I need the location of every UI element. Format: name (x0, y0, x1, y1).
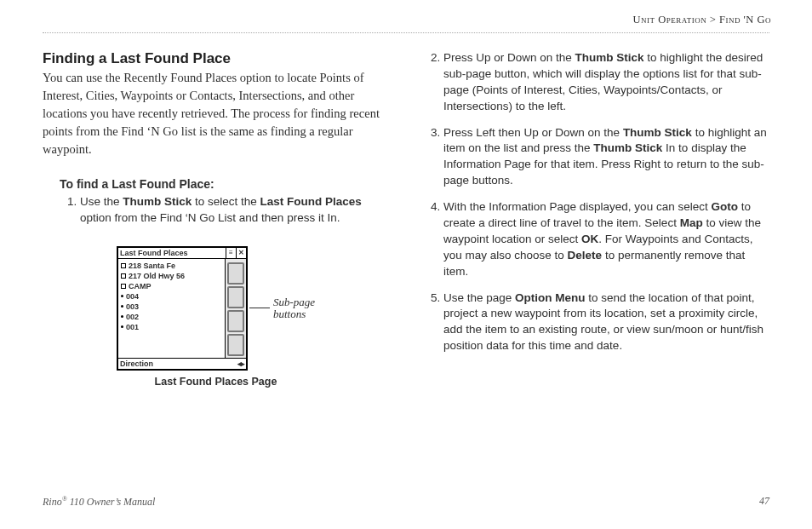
step-4-bold-goto: Goto (711, 200, 738, 213)
callout-line (249, 308, 270, 308)
list-item: 002 (121, 312, 222, 322)
step-2: Press Up or Down on the Thumb Stick to h… (443, 50, 769, 115)
menu-icon: ≡ (226, 248, 236, 258)
step-2-text-a: Press Up or Down on the (443, 51, 575, 64)
header-rule (43, 32, 769, 33)
subpage-button (227, 310, 244, 332)
step-4-bold-delete: Delete (568, 249, 603, 262)
list-item: 001 (121, 322, 222, 332)
list-item: 217 Old Hwy 56 (121, 271, 222, 281)
subpage-button (227, 334, 244, 356)
footer-product-tail: 110 Owner’s Manual (67, 496, 156, 508)
step-5-bold-optionmenu: Option Menu (515, 291, 585, 304)
close-icon: ✕ (236, 248, 246, 258)
breadcrumb-page: Find 'N Go (719, 14, 771, 26)
breadcrumb-sep: > (706, 14, 719, 26)
callout-text-2: buttons (273, 308, 306, 320)
footer-page-number: 47 (759, 495, 769, 509)
intro-paragraph: You can use the Recently Found Places op… (43, 69, 389, 158)
figure-caption: Last Found Places Page (43, 376, 389, 388)
step-1: Use the Thumb Stick to select the Last F… (80, 194, 389, 227)
figure: Last Found Places ≡ ✕ 218 Santa Fe 217 O… (43, 244, 389, 388)
breadcrumb-section: Unit Operation (632, 14, 706, 26)
step-4-text-a: With the Information Page displayed, you… (443, 200, 711, 213)
list-item: 218 Santa Fe (121, 261, 222, 271)
list-item: 003 (121, 302, 222, 312)
list-item: CAMP (121, 281, 222, 291)
page-footer: Rino® 110 Owner’s Manual 47 (43, 495, 769, 509)
right-column: Press Up or Down on the Thumb Stick to h… (423, 50, 769, 388)
step-5-text-a: Use the page (443, 291, 515, 304)
section-heading: Finding a Last Found Place (43, 50, 389, 67)
step-1-text-c: to select the (192, 195, 260, 208)
screenshot-list: 218 Santa Fe 217 Old Hwy 56 CAMP 004 003… (118, 259, 226, 358)
screenshot-title: Last Found Places (118, 248, 226, 258)
step-5: Use the page Option Menu to send the loc… (443, 290, 769, 355)
step-3-bold-thumbstick1: Thumb Stick (623, 126, 692, 139)
step-1-bold-thumbstick: Thumb Stick (123, 195, 192, 208)
step-3: Press Left then Up or Down on the Thumb … (443, 125, 769, 190)
footer-product: Rino® 110 Owner’s Manual (43, 495, 155, 509)
step-3-text-a: Press Left then Up or Down on the (443, 126, 623, 139)
step-1-bold-lastfound: Last Found Places (260, 195, 362, 208)
breadcrumb: Unit Operation > Find 'N Go (632, 14, 771, 26)
screenshot-bottom-label: Direction (120, 359, 153, 368)
footer-product-name: Rino (43, 496, 62, 508)
procedure-heading: To find a Last Found Place: (60, 177, 389, 191)
screenshot-last-found-places: Last Found Places ≡ ✕ 218 Santa Fe 217 O… (117, 246, 248, 371)
step-2-bold-thumbstick: Thumb Stick (575, 51, 644, 64)
arrows-icon: ◂▸ (237, 359, 244, 368)
left-column: Finding a Last Found Place You can use t… (43, 50, 389, 388)
subpage-button (227, 262, 244, 285)
steps-list-left: Use the Thumb Stick to select the Last F… (60, 194, 389, 227)
figure-callout: Sub-page buttons (249, 296, 315, 319)
step-4-bold-map: Map (680, 216, 703, 229)
step-1-text-a: Use the (80, 195, 123, 208)
subpage-buttons (226, 259, 246, 358)
list-item: 004 (121, 291, 222, 302)
steps-list-right: Press Up or Down on the Thumb Stick to h… (423, 50, 769, 354)
step-4: With the Information Page displayed, you… (443, 199, 769, 279)
step-3-bold-thumbstick2: Thumb Stick (593, 141, 662, 154)
step-1-text-e: option from the Find ‘N Go List and then… (80, 211, 340, 224)
step-4-bold-ok: OK (581, 233, 598, 245)
subpage-button (227, 286, 244, 308)
